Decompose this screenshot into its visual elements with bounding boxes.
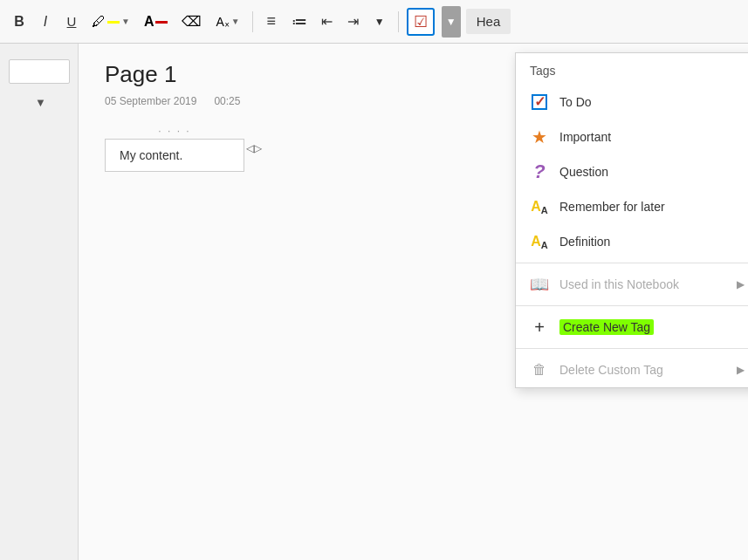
format-chevron-icon: ▼ <box>231 17 240 26</box>
sidebar-chevron-icon: ▼ <box>35 96 46 109</box>
list-chevron-button[interactable]: ▼ <box>369 12 390 31</box>
eraser-icon: ⌫ <box>182 13 202 30</box>
divider-2 <box>516 305 748 306</box>
checkbox-tag-icon: ☑ <box>414 12 428 31</box>
underline-button[interactable]: U <box>61 10 82 32</box>
format-button[interactable]: Aₓ ▼ <box>211 11 244 32</box>
highlight-color-button[interactable]: 🖊 ▼ <box>87 10 134 33</box>
important-label: Important <box>559 130 745 144</box>
content-text: My content. <box>120 148 182 162</box>
tag-item-delete-custom[interactable]: 🗑 Delete Custom Tag ▶ <box>516 352 748 387</box>
trash-icon: 🗑 <box>530 360 549 379</box>
plus-icon: + <box>530 318 549 337</box>
tag-item-definition[interactable]: AA Definition <box>516 224 748 259</box>
remember-label: Remember for later <box>559 200 745 214</box>
content-handle: · · · · <box>105 125 244 137</box>
used-in-notebook-label: Used in this Notebook <box>559 277 726 291</box>
content-box-wrapper: · · · · My content. ◁▷ <box>105 125 244 172</box>
todo-icon <box>530 92 549 112</box>
divider-1 <box>516 263 748 263</box>
font-color-button[interactable]: A <box>140 10 173 33</box>
bullet-list-button[interactable]: ≡ <box>261 9 282 34</box>
toolbar: B I U 🖊 ▼ A ⌫ Aₓ ▼ ≡ ≔ ⇤ ⇥ ▼ ☑ ▼ Hea <box>0 0 748 44</box>
question-label: Question <box>559 165 745 179</box>
main-layout: ▼ Page 1 05 September 2019 00:25 · · · ·… <box>0 44 748 560</box>
heading-button[interactable]: Hea <box>466 9 511 34</box>
resize-arrows[interactable]: ◁▷ <box>246 142 262 154</box>
page-date: 05 September 2019 <box>105 95 196 107</box>
italic-button[interactable]: I <box>35 10 56 33</box>
format-icon: Aₓ <box>216 15 229 29</box>
definition-icon: AA <box>530 232 549 251</box>
notebook-icon: 📖 <box>530 275 549 294</box>
tag-item-remember[interactable]: AA Remember for later <box>516 189 748 224</box>
separator-1 <box>252 11 253 32</box>
remember-icon: AA <box>530 197 549 216</box>
font-color-icon: A <box>144 14 154 30</box>
highlight-icon: 🖊 <box>92 14 106 30</box>
indent-decrease-button[interactable]: ⇤ <box>317 10 338 33</box>
create-new-tag-label: Create New Tag <box>559 320 745 334</box>
divider-3 <box>516 348 748 349</box>
tag-item-todo[interactable]: To Do <box>516 85 748 120</box>
sidebar-dropdown[interactable]: ▼ <box>0 91 78 114</box>
erase-button[interactable]: ⌫ <box>177 10 206 33</box>
highlight-chevron-icon: ▼ <box>121 17 130 26</box>
used-notebook-arrow-icon: ▶ <box>737 278 745 290</box>
tag-dropdown-button[interactable]: ▼ <box>442 6 461 38</box>
tag-item-used-in-notebook[interactable]: 📖 Used in this Notebook ▶ <box>516 267 748 302</box>
page-time: 00:25 <box>214 95 240 107</box>
main-content: Page 1 05 September 2019 00:25 · · · · M… <box>79 44 748 560</box>
definition-label: Definition <box>559 235 745 249</box>
sidebar-input[interactable] <box>9 59 70 84</box>
important-icon: ★ <box>530 127 549 147</box>
dropdown-header: Tags <box>516 53 748 85</box>
bold-button[interactable]: B <box>9 10 30 33</box>
tag-item-create-new[interactable]: + Create New Tag <box>516 310 748 345</box>
tag-item-question[interactable]: ? Question <box>516 154 748 189</box>
separator-2 <box>398 11 399 32</box>
question-icon: ? <box>530 162 549 181</box>
todo-label: To Do <box>559 95 745 109</box>
content-box[interactable]: My content. <box>105 139 244 172</box>
dropdown-arrow-icon: ▼ <box>446 16 456 28</box>
tags-dropdown-panel: Tags To Do ★ Important ? Questio <box>515 52 748 388</box>
sidebar: ▼ <box>0 44 79 560</box>
list-chevron-icon: ▼ <box>374 16 385 28</box>
indent-increase-button[interactable]: ⇥ <box>343 10 364 33</box>
tag-item-important[interactable]: ★ Important <box>516 120 748 154</box>
delete-tag-arrow-icon: ▶ <box>737 364 745 376</box>
numbered-list-button[interactable]: ≔ <box>287 9 312 35</box>
delete-custom-tag-label: Delete Custom Tag <box>559 363 726 377</box>
tag-button[interactable]: ☑ <box>407 8 435 36</box>
